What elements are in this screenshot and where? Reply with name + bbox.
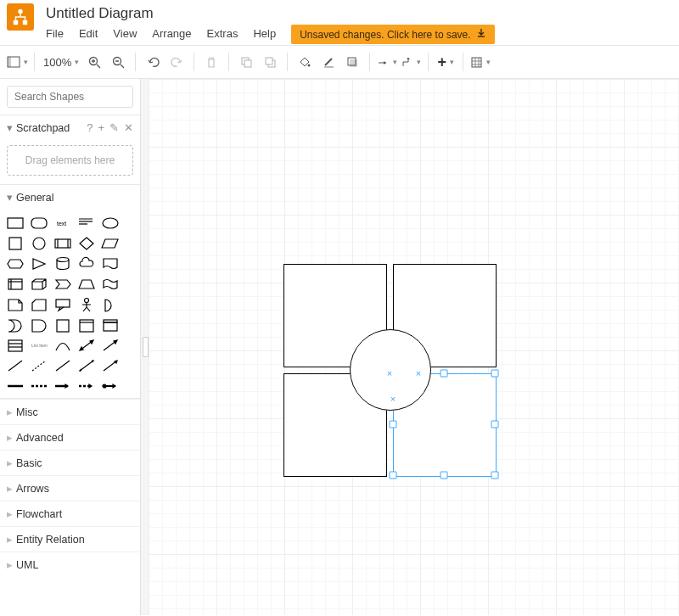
- selection-handle[interactable]: [491, 370, 499, 378]
- shape-or[interactable]: [5, 316, 25, 333]
- unsaved-banner[interactable]: Unsaved changes. Click here to save.: [291, 25, 494, 44]
- shadow-button[interactable]: [340, 50, 364, 74]
- shape-arrow2[interactable]: [100, 357, 121, 374]
- shape-thickdasharrow[interactable]: [76, 378, 97, 395]
- shape-internal-storage[interactable]: [5, 276, 25, 293]
- category-flowchart[interactable]: ▸Flowchart: [0, 501, 140, 526]
- add-icon[interactable]: +: [98, 121, 104, 134]
- shape-datastore[interactable]: [53, 316, 73, 333]
- shape-trapezoid[interactable]: [76, 276, 97, 293]
- shape-textbox[interactable]: [76, 215, 97, 232]
- line-color-button[interactable]: [317, 50, 340, 74]
- menu-arrange[interactable]: Arrange: [152, 24, 199, 45]
- connection-point[interactable]: ×: [385, 369, 394, 378]
- scratchpad-header[interactable]: ▾ Scratchpad ? + ✎ ✕: [0, 115, 140, 140]
- shape-roundrect[interactable]: [29, 215, 49, 232]
- shape-thickdash[interactable]: [29, 378, 49, 395]
- shape-arrow[interactable]: [100, 337, 121, 354]
- zoom-select[interactable]: 100%▾: [40, 56, 82, 69]
- connection-point[interactable]: ×: [389, 395, 397, 403]
- shape-listitem[interactable]: List Item: [29, 337, 49, 354]
- shape-connector[interactable]: [100, 378, 121, 395]
- category-entity-relation[interactable]: ▸Entity Relation: [0, 526, 140, 552]
- menu-edit[interactable]: Edit: [79, 24, 106, 45]
- shape-hexagon[interactable]: [5, 255, 25, 272]
- menu-extras[interactable]: Extras: [207, 24, 247, 45]
- view-mode-button[interactable]: ▾: [5, 50, 29, 74]
- shape-triangle[interactable]: [29, 255, 49, 272]
- close-icon[interactable]: ✕: [124, 121, 133, 134]
- zoom-out-button[interactable]: [106, 50, 130, 74]
- waypoint-style-button[interactable]: ▾: [399, 50, 423, 74]
- svg-rect-35: [57, 320, 69, 332]
- shape-biarrow2[interactable]: [76, 357, 97, 374]
- scratchpad-dropzone[interactable]: Drag elements here: [7, 145, 133, 176]
- selection-handle[interactable]: [441, 370, 448, 378]
- canvas-area[interactable]: ×××: [141, 79, 679, 615]
- menu-file[interactable]: File: [46, 24, 72, 45]
- shape-line2[interactable]: [53, 357, 73, 374]
- shape-line[interactable]: [5, 357, 25, 374]
- shape-container[interactable]: [76, 316, 97, 333]
- shape-list[interactable]: [5, 337, 25, 354]
- shape-circle[interactable]: [29, 235, 49, 252]
- shape-process[interactable]: [53, 235, 73, 252]
- shape-document[interactable]: [100, 255, 121, 272]
- selection-handle[interactable]: [491, 421, 499, 428]
- to-back-button[interactable]: [258, 50, 282, 74]
- shape-cube[interactable]: [29, 276, 49, 293]
- shape-note[interactable]: [5, 296, 25, 313]
- redo-button[interactable]: [165, 50, 188, 74]
- category-uml[interactable]: ▸UML: [0, 552, 140, 577]
- shape-biarrow[interactable]: [76, 337, 97, 354]
- shape-cloud[interactable]: [76, 255, 97, 272]
- shape-step[interactable]: [53, 276, 73, 293]
- shape-dashline[interactable]: [29, 357, 49, 374]
- document-title[interactable]: Untitled Diagram: [46, 3, 672, 24]
- shape-card[interactable]: [29, 296, 49, 313]
- category-arrows[interactable]: ▸Arrows: [0, 475, 140, 501]
- category-misc[interactable]: ▸Misc: [0, 399, 140, 424]
- shape-square[interactable]: [5, 235, 25, 252]
- insert-button[interactable]: +▾: [434, 50, 457, 74]
- svg-rect-12: [324, 66, 334, 68]
- shape-diamond[interactable]: [76, 235, 97, 252]
- undo-button[interactable]: [141, 50, 165, 74]
- shape-rect[interactable]: [5, 215, 25, 232]
- shape-ellipse[interactable]: [100, 215, 121, 232]
- fill-color-button[interactable]: [293, 50, 317, 74]
- delete-button[interactable]: [199, 50, 223, 74]
- shape-actor[interactable]: [76, 296, 97, 313]
- shape-and[interactable]: [29, 316, 49, 333]
- shape-callout[interactable]: [53, 296, 73, 313]
- connection-point[interactable]: ×: [414, 369, 423, 378]
- menu-view[interactable]: View: [113, 24, 145, 45]
- shape-tape[interactable]: [100, 276, 121, 293]
- zoom-value: 100%: [43, 56, 71, 69]
- zoom-in-button[interactable]: [82, 50, 106, 74]
- shape-curve[interactable]: [53, 337, 73, 354]
- shape-text[interactable]: text: [53, 215, 73, 232]
- selection-handle[interactable]: [390, 472, 397, 479]
- shape-cylinder[interactable]: [53, 255, 73, 272]
- shape-thickarrow[interactable]: [53, 378, 73, 395]
- category-advanced[interactable]: ▸Advanced: [0, 424, 140, 450]
- shape-halfcircle[interactable]: [100, 296, 121, 313]
- search-shapes[interactable]: [7, 86, 133, 108]
- shape-parallelogram[interactable]: [100, 235, 121, 252]
- search-input[interactable]: [13, 90, 141, 104]
- general-header[interactable]: ▾ General: [0, 184, 140, 210]
- edit-icon[interactable]: ✎: [109, 121, 119, 134]
- shape-frame[interactable]: [100, 316, 121, 333]
- to-front-button[interactable]: [234, 50, 258, 74]
- connection-style-button[interactable]: ▾: [375, 50, 399, 74]
- selection-handle[interactable]: [390, 421, 397, 428]
- shape-thickline[interactable]: [5, 378, 25, 395]
- selection-handle[interactable]: [491, 472, 499, 479]
- category-basic[interactable]: ▸Basic: [0, 450, 140, 475]
- help-icon[interactable]: ?: [87, 121, 93, 134]
- svg-rect-40: [8, 340, 22, 351]
- selection-handle[interactable]: [441, 472, 448, 479]
- menu-help[interactable]: Help: [253, 24, 284, 45]
- table-button[interactable]: ▾: [469, 50, 492, 74]
